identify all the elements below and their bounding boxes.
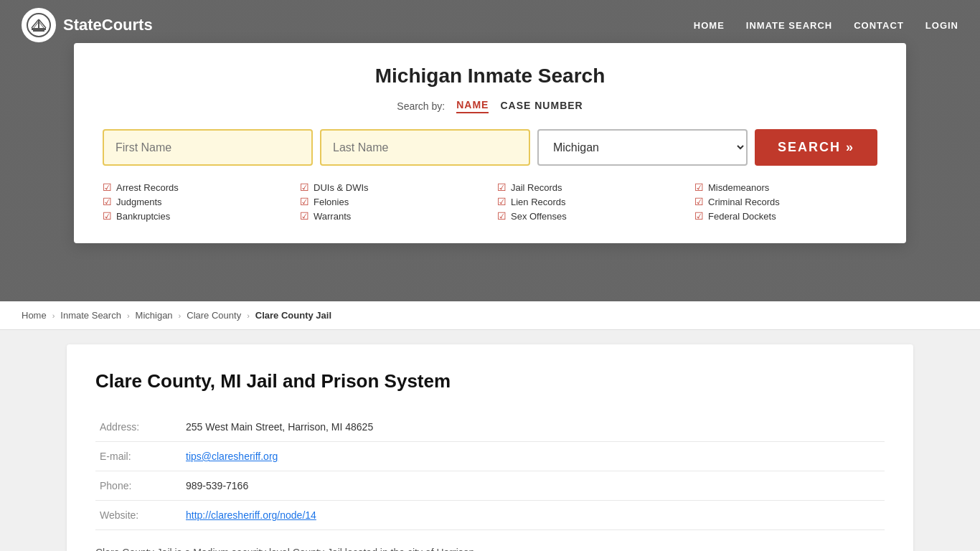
breadcrumb-inmate-search[interactable]: Inmate Search [60,310,121,321]
check-icon: ☑ [103,182,112,193]
content-title: Clare County, MI Jail and Prison System [95,370,885,392]
breadcrumb-sep-2: › [127,311,130,320]
checkbox-judgments: ☑ Judgments [103,196,286,207]
content-description: Clare County Jail is a Medium security l… [95,545,885,551]
breadcrumb-sep-1: › [52,311,55,320]
info-table: Address: 255 West Main Street, Harrison,… [95,413,885,530]
check-icon: ☑ [694,182,704,193]
phone-value: 989-539-7166 [182,471,885,501]
checkbox-label: DUIs & DWIs [314,182,369,193]
check-icon: ☑ [497,182,507,193]
search-card: Michigan Inmate Search Search by: NAME C… [74,43,906,243]
first-name-input[interactable] [103,129,313,166]
last-name-input[interactable] [320,129,530,166]
logo-icon [22,8,56,42]
search-fields-row: Michigan SEARCH » [103,129,877,166]
check-icon: ☑ [300,196,309,207]
search-by-label: Search by: [397,100,445,112]
checkbox-label: Felonies [314,197,349,207]
address-row: Address: 255 West Main Street, Harrison,… [95,413,885,442]
breadcrumb: Home › Inmate Search › Michigan › Clare … [0,301,980,330]
checkbox-sex-offenses: ☑ Sex Offenses [497,210,680,222]
svg-rect-2 [33,30,44,32]
check-icon: ☑ [694,196,704,207]
logo-svg [26,12,52,38]
website-row: Website: http://claresheriff.org/node/14 [95,501,885,530]
address-value: 255 West Main Street, Harrison, MI 48625 [182,413,885,442]
check-icon: ☑ [694,210,704,222]
checkbox-label: Criminal Records [708,197,780,207]
checkbox-lien-records: ☑ Lien Records [497,196,680,207]
breadcrumb-current: Clare County Jail [255,310,331,321]
tab-case-number[interactable]: CASE NUMBER [500,100,583,113]
nav-links: HOME INMATE SEARCH CONTACT LOGIN [694,20,958,31]
checkbox-label: Bankruptcies [116,211,170,222]
nav-contact[interactable]: CONTACT [854,20,904,31]
checkbox-label: Lien Records [511,197,566,207]
email-label: E-mail: [95,442,182,471]
email-link[interactable]: tips@claresheriff.org [186,451,278,462]
checkbox-label: Judgments [116,197,162,207]
svg-rect-1 [32,28,46,30]
email-row: E-mail: tips@claresheriff.org [95,442,885,471]
checkbox-label: Misdemeanors [708,182,769,193]
checkbox-grid: ☑ Arrest Records ☑ DUIs & DWIs ☑ Jail Re… [103,182,877,222]
email-value: tips@claresheriff.org [182,442,885,471]
checkbox-label: Federal Dockets [708,211,776,222]
tab-name[interactable]: NAME [456,99,489,113]
phone-label: Phone: [95,471,182,501]
main-content: Clare County, MI Jail and Prison System … [67,344,913,551]
nav-inmate-search[interactable]: INMATE SEARCH [746,20,832,31]
check-icon: ☑ [497,210,507,222]
check-icon: ☑ [497,196,507,207]
phone-row: Phone: 989-539-7166 [95,471,885,501]
nav-login[interactable]: LOGIN [925,20,958,31]
address-label: Address: [95,413,182,442]
breadcrumb-sep-3: › [179,311,182,320]
site-logo[interactable]: StateCourts [22,8,153,42]
search-by-row: Search by: NAME CASE NUMBER [103,99,877,113]
check-icon: ☑ [103,210,112,222]
website-link[interactable]: http://claresheriff.org/node/14 [186,509,316,521]
checkbox-jail-records: ☑ Jail Records [497,182,680,193]
checkbox-warrants: ☑ Warrants [300,210,483,222]
site-name: StateCourts [63,16,153,34]
nav-home[interactable]: HOME [694,20,725,31]
breadcrumb-home[interactable]: Home [22,310,47,321]
checkbox-duis-dwis: ☑ DUIs & DWIs [300,182,483,193]
checkbox-arrest-records: ☑ Arrest Records [103,182,286,193]
check-icon: ☑ [103,196,112,207]
state-select[interactable]: Michigan [537,129,748,166]
checkbox-label: Sex Offenses [511,211,567,222]
checkbox-misdemeanors: ☑ Misdemeanors [694,182,877,193]
checkbox-label: Jail Records [511,182,562,193]
breadcrumb-michigan[interactable]: Michigan [136,310,173,321]
check-icon: ☑ [300,210,309,222]
website-value: http://claresheriff.org/node/14 [182,501,885,530]
checkbox-criminal-records: ☑ Criminal Records [694,196,877,207]
hero-section: COURTHOUSE StateCourts HOME INMATE SE [0,0,980,301]
breadcrumb-clare-county[interactable]: Clare County [187,310,241,321]
checkbox-label: Arrest Records [116,182,179,193]
breadcrumb-sep-4: › [247,311,250,320]
website-label: Website: [95,501,182,530]
search-button[interactable]: SEARCH » [755,129,877,166]
checkbox-label: Warrants [314,211,351,222]
check-icon: ☑ [300,182,309,193]
checkbox-bankruptcies: ☑ Bankruptcies [103,210,286,222]
checkbox-federal-dockets: ☑ Federal Dockets [694,210,877,222]
search-card-title: Michigan Inmate Search [103,65,877,88]
checkbox-felonies: ☑ Felonies [300,196,483,207]
